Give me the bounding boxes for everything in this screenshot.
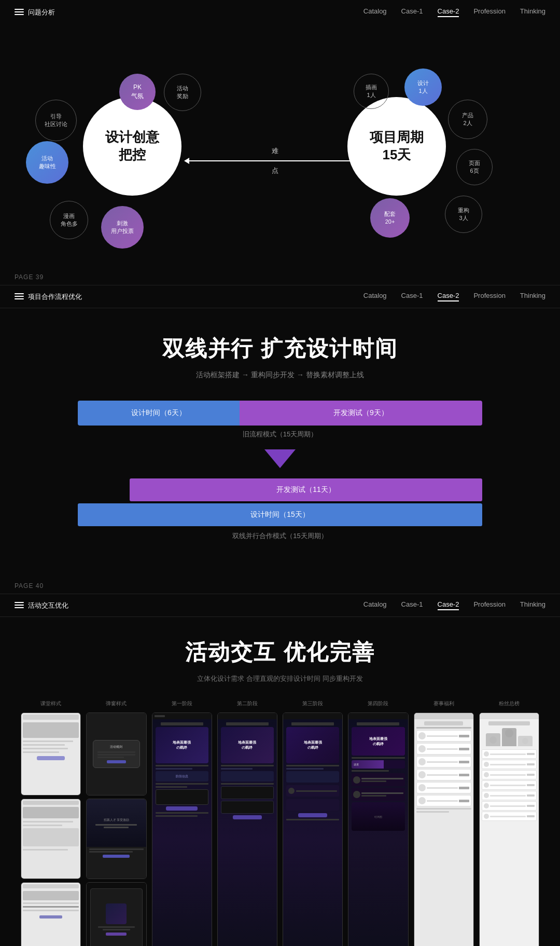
timeline-container: 设计时间（6天） 开发测试（9天） 旧流程模式（15天周期） 开发测试（11天）…	[78, 401, 482, 541]
col-label-4: 第三阶段	[283, 700, 343, 707]
arrow-down-container	[78, 449, 482, 468]
nav-links-2: Catalog Case-1 Case-2 Profession Thinkin…	[363, 292, 545, 301]
arrow-area: 难 点	[184, 146, 366, 175]
col-label-3: 第二阶段	[217, 700, 277, 707]
bubble-stimulate-vote: 刺激用户投票	[101, 206, 144, 249]
main-title-flow: 双线并行 扩充设计时间	[31, 334, 529, 363]
arrow-bottom-label: 点	[272, 166, 278, 175]
menu-icon	[15, 9, 24, 16]
phone-mock-c1-1	[21, 712, 81, 796]
col-label-5: 第四阶段	[348, 700, 408, 707]
nav-bar-3: 活动交互优化 Catalog Case-1 Case-2 Profession …	[0, 594, 560, 617]
col-label-1: 弹窗样式	[86, 700, 146, 707]
nav-thinking-1[interactable]: Thinking	[520, 7, 545, 17]
page-label-39: PAGE 39	[0, 263, 560, 285]
arrow-top-label: 难	[272, 146, 278, 156]
bubble-refactor: 重构3人	[445, 196, 482, 233]
menu-icon-3	[15, 602, 24, 609]
old-mode-label: 旧流程模式（15天周期）	[78, 430, 482, 439]
nav-title-3: 活动交互优化	[28, 601, 68, 610]
nav-case2-3[interactable]: Case-2	[438, 600, 459, 610]
bubble-diagram-container: 设计创意把控 项目周期15天 难 点 PK气氛 活动奖励 引导社区讨论	[0, 45, 560, 253]
section-bubble-diagram: 设计创意把控 项目周期15天 难 点 PK气氛 活动奖励 引导社区讨论	[0, 24, 560, 263]
nav-profession-3[interactable]: Profession	[473, 600, 505, 610]
phone-mock-leaderboard	[479, 712, 539, 946]
bubble-designer: 设计1人	[404, 68, 442, 106]
phone-mock-c1-2	[21, 799, 81, 879]
nav-catalog-3[interactable]: Catalog	[363, 600, 387, 610]
arrow-line	[184, 158, 366, 164]
phone-col-leaderboard: 粉丝总榜	[479, 700, 539, 946]
bubble-matching: 配套20+	[370, 198, 410, 238]
phone-mock-s1: 地表面最强の羁绊 阶段信息	[152, 712, 212, 946]
phone-col-popup: 弹窗样式 活动规则 招募人才	[86, 700, 146, 946]
left-big-circle: 设计创意把控	[83, 97, 181, 196]
nav-catalog-2[interactable]: Catalog	[363, 292, 387, 301]
nav-case1-2[interactable]: Case-1	[401, 292, 423, 301]
phone-grid: 课堂样式	[21, 700, 539, 946]
nav-case2-2[interactable]: Case-2	[438, 292, 459, 301]
old-bar-design: 设计时间（6天）	[78, 401, 240, 426]
col-label-2: 第一阶段	[152, 700, 212, 707]
sub-title-interaction: 立体化设计需求 合理直观的安排设计时间 同步重构开发	[21, 674, 539, 683]
phone-col-stage2: 第二阶段 地表面最强の羁绊	[217, 700, 277, 946]
nav-bar-2: 项目合作流程优化 Catalog Case-1 Case-2 Professio…	[0, 285, 560, 308]
section-title-interaction: 活动交互优化	[15, 601, 68, 610]
section-title-flow: 项目合作流程优化	[15, 292, 82, 301]
nav-title-2: 项目合作流程优化	[28, 292, 82, 301]
new-bar-design: 设计时间（15天）	[78, 503, 482, 526]
nav-catalog-1[interactable]: Catalog	[363, 7, 387, 17]
nav-profession-2[interactable]: Profession	[473, 292, 505, 301]
menu-icon-2	[15, 293, 24, 300]
nav-links-1: Catalog Case-1 Case-2 Profession Thinkin…	[363, 7, 545, 17]
nav-links-3: Catalog Case-1 Case-2 Profession Thinkin…	[363, 600, 545, 610]
bubble-illustrator: 插画1人	[354, 74, 389, 109]
nav-case2-1[interactable]: Case-2	[438, 7, 459, 17]
nav-bar-1: 问题分析 Catalog Case-1 Case-2 Profession Th…	[0, 0, 560, 24]
phone-col-stage3: 第三阶段 地表面最强の羁绊	[283, 700, 343, 946]
bubble-pages: 页面6页	[456, 149, 493, 185]
arrow-head-left	[184, 158, 189, 164]
phone-col-stage4: 第四阶段 地表面最强の羁绊 进度	[348, 700, 408, 946]
nav-profession-1[interactable]: Profession	[473, 7, 505, 17]
bubble-manga-chars: 漫画角色多	[50, 201, 88, 239]
phone-mock-s4: 地表面最强の羁绊 进度	[348, 712, 408, 946]
bubble-product: 产品2人	[448, 100, 487, 139]
phone-mock-c2-2: 招募人才 享受激励	[86, 799, 146, 879]
bubble-activity-fun: 活动趣味性	[26, 141, 68, 184]
col-label-0: 课堂样式	[21, 700, 81, 707]
main-title-interaction: 活动交互 优化完善	[21, 638, 539, 667]
phone-col-stage1: 第一阶段 地表面最强の羁绊 阶段信息	[152, 700, 212, 946]
phone-mock-c2-3	[86, 882, 146, 946]
new-mode-label: 双线并行合作模式（15天周期）	[78, 531, 482, 541]
page-label-40: PAGE 40	[0, 572, 560, 594]
col-label-6: 赛事福利	[414, 700, 474, 707]
new-timeline-bar: 开发测试（11天） 设计时间（15天）	[78, 478, 482, 526]
nav-logo-1: 问题分析	[15, 8, 55, 17]
arrow-down-icon	[264, 449, 296, 468]
phone-mock-c2-1: 活动规则	[86, 712, 146, 796]
nav-title-1: 问题分析	[28, 8, 55, 17]
nav-thinking-3[interactable]: Thinking	[520, 600, 545, 610]
phone-col-classroom: 课堂样式	[21, 700, 81, 946]
nav-thinking-2[interactable]: Thinking	[520, 292, 545, 301]
nav-case1-1[interactable]: Case-1	[401, 7, 423, 17]
old-timeline-bar: 设计时间（6天） 开发测试（9天）	[78, 401, 482, 426]
section-project-flow: 双线并行 扩充设计时间 活动框架搭建 → 重构同步开发 → 替换素材调整上线 设…	[0, 308, 560, 572]
bubble-guide-community: 引导社区讨论	[35, 100, 77, 141]
phone-col-welfare: 赛事福利	[414, 700, 474, 946]
col-label-7: 粉丝总榜	[479, 700, 539, 707]
arrow-head-right	[360, 158, 366, 164]
new-bar-dev: 开发测试（11天）	[130, 478, 482, 501]
sub-title-flow: 活动框架搭建 → 重构同步开发 → 替换素材调整上线	[31, 371, 529, 380]
bubble-activity-reward: 活动奖励	[164, 74, 201, 111]
bubble-pk: PK气氛	[119, 74, 156, 110]
old-bar-dev: 开发测试（9天）	[240, 401, 482, 426]
phone-mock-s3: 地表面最强の羁绊	[283, 712, 343, 946]
phone-mock-welfare	[414, 712, 474, 946]
phone-mock-s2: 地表面最强の羁绊	[217, 712, 277, 946]
phone-mock-c1-3	[21, 882, 81, 946]
section-activity-interaction: 活动交互 优化完善 立体化设计需求 合理直观的安排设计时间 同步重构开发 课堂样…	[0, 617, 560, 946]
nav-case1-3[interactable]: Case-1	[401, 600, 423, 610]
arrow-shaft	[189, 160, 360, 161]
